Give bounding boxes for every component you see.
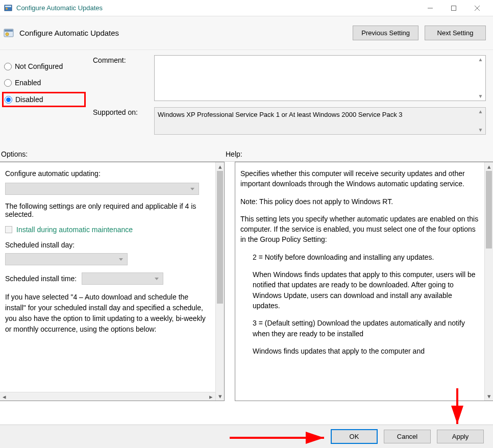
- next-setting-button[interactable]: Next Setting: [425, 26, 486, 40]
- config-section: Not Configured Enabled Disabled Comment:…: [0, 50, 493, 146]
- close-button[interactable]: [465, 0, 489, 16]
- scroll-left-icon[interactable]: ◂: [0, 392, 9, 401]
- radio-enabled-label: Enabled: [15, 79, 41, 87]
- scroll-track[interactable]: [216, 171, 224, 392]
- help-opt3: 3 = (Default setting) Download the updat…: [240, 318, 479, 339]
- install-time-label: Scheduled install time:: [5, 275, 77, 283]
- help-opt2-desc: When Windows finds updates that apply to…: [240, 269, 479, 311]
- cancel-button[interactable]: Cancel: [384, 430, 431, 443]
- comment-label: Comment:: [93, 55, 149, 101]
- options-heading: Options:: [1, 150, 226, 158]
- install-time-select: [82, 272, 163, 285]
- svg-rect-4: [452, 6, 456, 10]
- radio-disabled-label: Disabled: [15, 95, 43, 104]
- scroll-right-icon[interactable]: ▸: [207, 392, 215, 401]
- configure-updating-select: [5, 183, 199, 195]
- state-radio-group: Not Configured Enabled Disabled: [3, 55, 85, 141]
- policy-icon: [3, 28, 14, 39]
- comment-textarea[interactable]: ▲ ▼: [154, 55, 486, 101]
- ok-button[interactable]: OK: [331, 429, 378, 444]
- main-split: Configure automatic updating: The follow…: [0, 161, 493, 401]
- scroll-down-icon[interactable]: ▾: [485, 392, 493, 401]
- install-day-label: Scheduled install day:: [5, 241, 210, 249]
- install-day-select: [5, 253, 128, 265]
- fields-column: Comment: ▲ ▼ Supported on: Windows XP Pr…: [93, 55, 486, 141]
- configure-updating-label: Configure automatic updating:: [5, 169, 210, 178]
- scroll-down-icon[interactable]: ▾: [216, 392, 224, 401]
- checkbox-icon: [5, 226, 12, 233]
- radio-enabled[interactable]: Enabled: [3, 74, 85, 91]
- policy-title: Configure Automatic Updates: [19, 29, 353, 37]
- options-note-2: If you have selected "4 – Auto download …: [5, 292, 210, 335]
- apply-button[interactable]: Apply: [437, 430, 484, 443]
- svg-point-9: [6, 33, 9, 36]
- split-labels: Options: Help:: [0, 146, 493, 161]
- help-pane: Specifies whether this computer will rec…: [235, 162, 493, 401]
- help-opt3-desc: Windows finds updates that apply to the …: [240, 346, 479, 356]
- scroll-thumb[interactable]: [217, 171, 223, 304]
- help-content: Specifies whether this computer will rec…: [235, 162, 484, 401]
- scroll-down-icon[interactable]: ▼: [477, 93, 484, 99]
- scroll-down-icon[interactable]: ▼: [477, 127, 484, 133]
- radio-enabled-input[interactable]: [4, 79, 12, 87]
- supported-label: Supported on:: [93, 107, 149, 135]
- window-title: Configure Automatic Updates: [16, 4, 418, 12]
- scroll-up-icon[interactable]: ▲: [477, 57, 484, 63]
- maximize-button[interactable]: [442, 0, 465, 16]
- help-p1: Specifies whether this computer will rec…: [240, 168, 479, 189]
- help-opt2: 2 = Notify before downloading and instal…: [240, 252, 479, 262]
- options-content: Configure automatic updating: The follow…: [0, 162, 215, 401]
- minimize-button[interactable]: [418, 0, 442, 16]
- help-p3: This setting lets you specify whether au…: [240, 214, 479, 245]
- svg-rect-8: [5, 30, 13, 32]
- titlebar: Configure Automatic Updates: [0, 0, 493, 16]
- scroll-up-icon[interactable]: ▲: [477, 109, 484, 115]
- options-pane: Configure automatic updating: The follow…: [0, 162, 225, 401]
- scroll-track[interactable]: [9, 392, 207, 401]
- supported-row: Supported on: Windows XP Professional Se…: [93, 107, 486, 135]
- header-strip: Configure Automatic Updates Previous Set…: [0, 16, 493, 50]
- bottom-button-bar: OK Cancel Apply: [0, 425, 493, 448]
- options-hscrollbar[interactable]: ◂ ▸: [0, 392, 215, 401]
- scroll-up-icon[interactable]: ▴: [485, 162, 493, 171]
- svg-point-2: [6, 8, 8, 10]
- options-note-1: The following settings are only required…: [5, 202, 210, 218]
- radio-not-configured-label: Not Configured: [15, 62, 63, 70]
- radio-not-configured[interactable]: Not Configured: [3, 58, 85, 74]
- nav-buttons: Previous Setting Next Setting: [353, 26, 486, 40]
- comment-row: Comment: ▲ ▼: [93, 55, 486, 101]
- radio-disabled-input[interactable]: [5, 96, 12, 104]
- app-icon: [4, 4, 12, 12]
- help-p2: Note: This policy does not apply to Wind…: [240, 196, 479, 207]
- help-vscrollbar[interactable]: ▴ ▾: [484, 162, 493, 401]
- window-controls: [418, 0, 489, 16]
- scroll-track[interactable]: [485, 171, 493, 392]
- radio-not-configured-input[interactable]: [4, 63, 12, 70]
- help-heading: Help:: [226, 150, 486, 158]
- scroll-thumb[interactable]: [486, 171, 492, 248]
- radio-disabled[interactable]: Disabled: [2, 92, 86, 107]
- scroll-up-icon[interactable]: ▴: [216, 162, 224, 171]
- supported-on-box: Windows XP Professional Service Pack 1 o…: [154, 107, 486, 135]
- install-maintenance-label: Install during automatic maintenance: [16, 226, 133, 234]
- svg-rect-1: [5, 6, 11, 7]
- options-vscrollbar[interactable]: ▴ ▾: [215, 162, 224, 401]
- previous-setting-button[interactable]: Previous Setting: [353, 26, 418, 40]
- install-maintenance-checkbox: Install during automatic maintenance: [5, 226, 210, 234]
- supported-on-value: Windows XP Professional Service Pack 1 o…: [158, 111, 403, 118]
